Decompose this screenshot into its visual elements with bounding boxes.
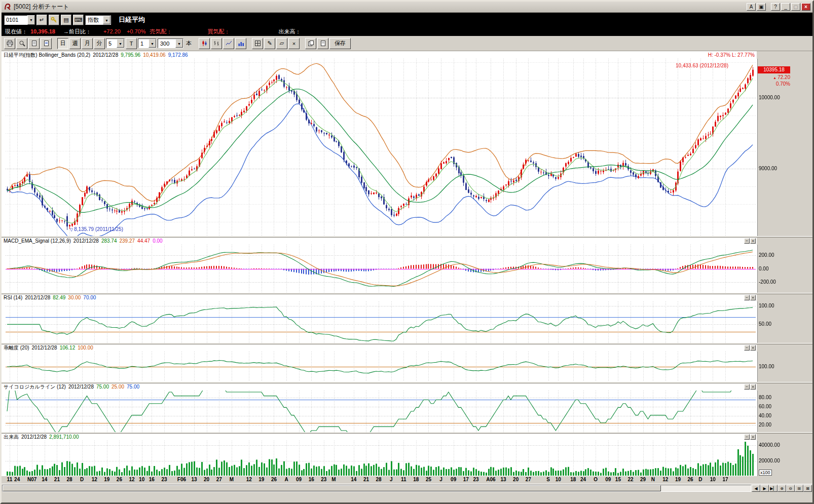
panel-macd-header: MACD_EMA_Signal (12,26,9) 2012/12/28 283… [2, 238, 812, 245]
volume-bars-icon [238, 40, 244, 47]
main-chart-canvas[interactable] [2, 59, 812, 236]
copy-chart-button[interactable] [28, 38, 40, 49]
titlebar[interactable]: [5002] 分析チャート A ▣ ? _ ▢ × [2, 2, 812, 13]
help-button[interactable]: ? [771, 3, 780, 11]
print-button[interactable] [4, 38, 15, 49]
time-axis-label: 15 [615, 477, 621, 482]
time-axis-label: 11 [401, 477, 406, 482]
save-button[interactable]: 保存 [329, 38, 351, 49]
period-week-button[interactable]: 週 [69, 38, 81, 49]
panel-volume: 出来高 2012/12/28 2,891,710.00 −× x100 4000… [2, 434, 812, 476]
panel-close-button[interactable]: × [750, 345, 756, 351]
close-button[interactable]: × [801, 3, 810, 11]
delete-drawing-button[interactable]: × [288, 38, 300, 49]
rsi-chart-canvas[interactable] [2, 301, 812, 343]
maximize-button[interactable]: ▢ [791, 3, 800, 11]
bar-type-button[interactable] [211, 38, 222, 49]
minute-dropdown-button[interactable]: ▼ [117, 39, 124, 48]
time-axis-label: 28 [376, 477, 382, 482]
macd-title: MACD_EMA_Signal (12,26,9) [4, 238, 71, 245]
period-minute-button[interactable]: 分 [94, 38, 105, 49]
new-window-button[interactable] [41, 38, 52, 49]
category-select[interactable]: 指数 ▼ [85, 15, 111, 25]
draw-button[interactable]: ✎ [264, 38, 275, 49]
panel-close-button[interactable]: × [750, 384, 756, 390]
time-axis-label: 23 [473, 477, 478, 482]
scroll-right-button[interactable]: ▶ [760, 485, 769, 492]
zoom-out-button[interactable]: ⊖ [786, 485, 795, 492]
symbol-code-input[interactable] [4, 15, 27, 25]
time-axis-label: N07 [27, 477, 36, 482]
bb-lower-value: 9,172.86 [168, 52, 188, 59]
macd-chart-canvas[interactable] [2, 245, 812, 293]
grid-toggle-button[interactable] [252, 38, 263, 49]
time-axis-label: 17 [722, 477, 728, 482]
period-day-button[interactable]: 日 [57, 38, 68, 49]
enter-button[interactable]: ↵ [36, 15, 47, 25]
time-axis-label: 10 [556, 477, 561, 482]
keyboard-button[interactable]: ⌨ [73, 15, 84, 25]
time-axis-label: 22 [627, 477, 633, 482]
psych-plot: 80.0060.0040.0020.00 [2, 391, 812, 432]
bar-unit-label: 本 [186, 40, 192, 47]
panel-volume-header: 出来高 2012/12/28 2,891,710.00 −× [2, 434, 812, 441]
panel-close-button[interactable]: × [750, 295, 756, 300]
panel-minimize-button[interactable]: − [744, 434, 750, 440]
axis-label: 40000.00 [759, 442, 780, 448]
scrollbar-thumb[interactable] [3, 485, 661, 491]
panel-minimize-button[interactable]: − [744, 345, 750, 351]
change-value: +72.20 [103, 28, 121, 34]
export-button[interactable] [317, 38, 328, 49]
copy-icon [308, 40, 314, 47]
magnifier-icon [19, 40, 25, 47]
bb-mid-value: 9,795.96 [121, 52, 140, 59]
tick-button[interactable]: T [126, 38, 137, 49]
panel-close-button[interactable]: × [750, 434, 756, 440]
panel-minimize-button[interactable]: − [744, 295, 750, 300]
volume-type-button[interactable] [235, 38, 246, 49]
psych-chart-canvas[interactable] [2, 391, 812, 432]
panel-minimize-button[interactable]: − [744, 384, 750, 390]
time-axis-label: 21 [54, 477, 60, 482]
zoom-button[interactable] [16, 38, 27, 49]
current-price-label: 現在値： [5, 28, 27, 35]
period-month-button[interactable]: 月 [82, 38, 93, 49]
expand-button[interactable]: ⊠ [803, 485, 812, 492]
zoom-in-button[interactable]: ⊕ [778, 485, 786, 492]
bar-count-select[interactable]: 300 ▼ [158, 38, 183, 48]
bar-count-dropdown-button[interactable]: ▼ [175, 39, 183, 48]
scroll-latest-button[interactable]: ▶▏ [769, 485, 778, 492]
scrollbar-track[interactable] [2, 485, 751, 492]
time-axis-label: N [651, 477, 655, 482]
symbol-name: 日経平均 [119, 15, 145, 24]
volume-chart-canvas[interactable] [2, 441, 812, 476]
font-size-button[interactable]: A [747, 3, 756, 11]
time-axis-label: M [230, 477, 234, 482]
form-button[interactable]: ▤ [61, 15, 71, 25]
panel-minimize-button[interactable]: − [744, 238, 750, 244]
key-button[interactable] [49, 15, 59, 25]
time-axis-label: D [698, 477, 702, 482]
tick-select[interactable]: 1 ▼ [138, 38, 157, 48]
period-high-annotation: 10,433.63 (2012/12/28) [676, 63, 728, 68]
eraser-button[interactable]: ▱ [276, 38, 287, 49]
grid-button[interactable]: ⊞ [795, 485, 803, 492]
current-price-badge: 10395.18 [758, 66, 790, 73]
symbol-code-dropdown-button[interactable]: ▼ [27, 15, 35, 25]
line-type-button[interactable] [223, 38, 234, 49]
chart-scrollbar[interactable]: ◀▶▶▏⊕⊖⊞⊠ [2, 484, 812, 492]
time-axis-label: 16 [149, 477, 155, 482]
scroll-left-button[interactable]: ◀ [752, 485, 760, 492]
time-axis-label: 09 [296, 477, 302, 482]
minimize-button[interactable]: _ [781, 3, 790, 11]
tick-dropdown-button[interactable]: ▼ [149, 39, 156, 48]
copy-settings-button[interactable] [305, 38, 316, 49]
minute-select[interactable]: 5 ▼ [106, 38, 125, 48]
panel-psych: サイコロジカルライン (12) 2012/12/28 75.00 25.00 7… [2, 383, 812, 432]
panel-close-button[interactable]: × [750, 238, 756, 244]
candlestick-type-button[interactable] [199, 38, 210, 49]
kairi-chart-canvas[interactable] [2, 352, 812, 382]
window-layout-button[interactable]: ▣ [757, 3, 766, 11]
category-dropdown-button[interactable]: ▼ [103, 16, 110, 24]
time-axis-label: 19 [675, 477, 681, 482]
